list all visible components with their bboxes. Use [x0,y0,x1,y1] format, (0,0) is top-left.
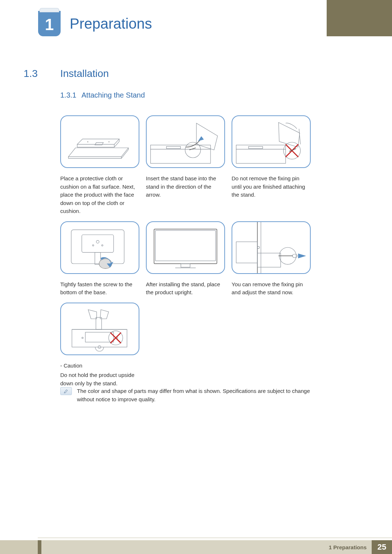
steps-grid: Place a protective cloth or cushion on a… [60,115,311,387]
step-caption: After installing the stand, place the pr… [146,280,225,297]
step-item: You can remove the fixing pin and adjust… [232,221,311,297]
step-caption: Insert the stand base into the stand in … [146,175,225,199]
svg-point-1 [109,141,109,142]
step-item: Place a protective cloth or cushion on a… [60,115,139,216]
step-caption: You can remove the fixing pin and adjust… [232,280,311,297]
svg-rect-4 [166,147,180,149]
svg-point-14 [96,240,99,243]
step-item: Insert the stand base into the stand in … [146,115,225,216]
svg-rect-20 [155,230,215,261]
step-caption: Place a protective cloth or cushion on a… [60,175,139,216]
svg-point-29 [292,254,297,258]
note-text: The color and shape of parts may differ … [77,387,311,403]
step-illustration [146,115,225,168]
section-title: Installation [60,68,109,79]
step-item: - Caution Do not hold the product upside… [60,303,139,388]
footer-rule [38,537,392,540]
step-item: Tightly fasten the screw to the bottom o… [60,221,139,297]
svg-rect-19 [154,229,217,263]
note-row: The color and shape of parts may differ … [60,387,311,403]
step-illustration [60,115,139,168]
caution-text: Do not hold the product upside down only… [60,371,139,387]
step-caption: Tightly fasten the screw to the bottom o… [60,280,139,297]
section-number: 1.3 [24,68,38,79]
chapter-number-badge: 1 [38,11,61,36]
svg-point-0 [87,141,88,142]
footer-page-number: 25 [372,540,392,554]
step-illustration [232,221,311,274]
svg-rect-7 [236,149,286,163]
svg-rect-21 [181,263,190,267]
step-illustration [60,303,139,355]
caution-label: - Caution [60,362,139,370]
svg-point-5 [185,142,201,158]
subsection-number: 1.3.1 [60,91,76,99]
step-illustration [232,115,311,168]
step-item: After installing the stand, place the pr… [146,221,225,297]
step-caption: Do not remove the fixing pin until you a… [232,175,311,199]
step-caption: - Caution Do not hold the product upside… [60,362,139,388]
chapter-number: 1 [45,15,54,33]
svg-rect-8 [249,147,263,149]
step-illustration [146,221,225,274]
header-accent-strip [327,0,392,36]
svg-point-15 [93,245,94,246]
svg-rect-25 [236,242,257,263]
step-illustration [60,221,139,274]
svg-rect-30 [96,317,102,329]
note-icon [60,387,72,395]
step-item: Do not remove the fixing pin until you a… [232,115,311,216]
footer-left-block [0,540,38,554]
svg-rect-3 [151,149,211,163]
svg-point-27 [257,246,260,249]
svg-rect-13 [82,235,114,253]
footer-bar: 1 Preparations 25 [0,540,392,554]
subsection-heading: 1.3.1Attaching the Stand [60,91,145,99]
subsection-title: Attaching the Stand [81,91,145,99]
footer-section-label: 1 Preparations [41,540,372,554]
svg-point-34 [82,337,83,338]
footer-accent [38,540,41,554]
svg-point-16 [102,245,103,246]
chapter-title: Preparations [70,16,152,32]
